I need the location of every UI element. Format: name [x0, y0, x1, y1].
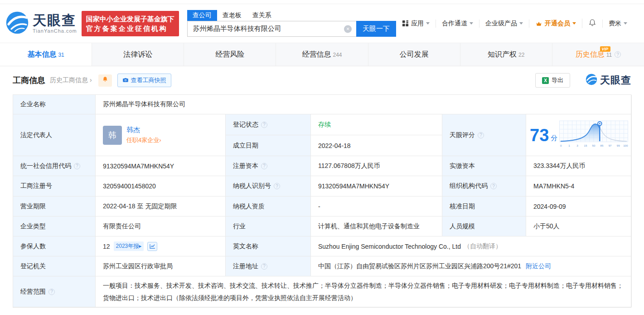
field-value-staff-size: 小于50人 [526, 217, 632, 236]
tab-history-info[interactable]: VIP 历史信息 11 ? [552, 43, 644, 66]
tab-legal-proceedings[interactable]: 法律诉讼 [92, 43, 184, 66]
field-value-insured-count: 12 2023年报▸ [96, 236, 226, 256]
bell-icon [588, 19, 596, 28]
field-label-approval-date: 核准日期 [442, 197, 526, 217]
field-label-business-term: 营业期限 [13, 197, 96, 217]
export-button[interactable]: X 导出 [535, 73, 570, 88]
tianyancha-logo[interactable]: 天眼查 TianYanCha.com [5, 11, 77, 36]
nav-username: 费米 [609, 20, 621, 28]
tab-count: 11 [606, 52, 612, 58]
help-icon[interactable]: ? [261, 263, 267, 270]
tab-basic-info[interactable]: 基本信息 31 [0, 43, 92, 66]
search-area: 查公司 查老板 查关系 × 天眼一下 [187, 10, 396, 37]
help-icon[interactable]: ? [261, 163, 267, 169]
chevron-down-icon [426, 22, 430, 25]
detail-tabbar: 基本信息 31 法律诉讼 经营风险 经营信息 244 公司发展 知识产权 22 … [0, 43, 644, 66]
view-snapshot-button[interactable]: 查看工商快照 [117, 74, 171, 87]
nav-apps[interactable]: 应用 [396, 20, 436, 28]
nav-partner-channel[interactable]: 合作通道 [436, 20, 479, 28]
nav-notifications[interactable] [582, 19, 602, 28]
nav-apps-label: 应用 [411, 20, 424, 28]
field-label-company-name: 企业名称 [13, 95, 96, 114]
search-tabs: 查公司 查老板 查关系 [187, 10, 396, 21]
field-value-taxpayer-id: 91320594MA7MHKN54Y [311, 176, 442, 197]
help-icon[interactable]: ? [48, 289, 55, 295]
field-value-registered-capital: 1127.067808万人民币 [311, 156, 442, 176]
tab-intellectual-property[interactable]: 知识产权 22 [460, 43, 552, 66]
crown-icon [535, 20, 542, 27]
legal-rep-avatar[interactable]: 韩 [103, 126, 122, 145]
score-distribution-chart: 0 1 3 15 50 85 97 99 100 [559, 120, 628, 150]
field-label-paid-capital: 实缴资本 [442, 156, 526, 176]
nav-open-vip[interactable]: 开通会员 [529, 20, 582, 28]
field-value-business-scope: 一般项目：技术服务、技术开发、技术咨询、技术交流、技术转让、技术推广；半导体分立… [96, 276, 632, 307]
nearby-companies-link[interactable]: 附近公司 [526, 262, 551, 271]
nav-enterprise-products[interactable]: 企业级产品 [479, 20, 529, 28]
help-icon[interactable]: ? [261, 122, 267, 128]
svg-text:97: 97 [609, 144, 612, 147]
field-label-org-code: 组织机构代码 ? [442, 176, 526, 197]
field-value-industry: 计算机、通信和其他电子设备制造业 [311, 217, 442, 236]
legal-rep-companies-link[interactable]: 任职4家企业› [126, 136, 161, 144]
tab-company-development[interactable]: 公司发展 [368, 43, 460, 66]
tab-operating-info[interactable]: 经营信息 244 [276, 43, 368, 66]
field-value-establish-date: 2022-04-18 [311, 135, 442, 156]
search-button[interactable]: 天眼一下 [356, 21, 396, 37]
nav-enterprise-label: 企业级产品 [485, 20, 517, 28]
top-divider [0, 0, 644, 4]
monitor-bell-button[interactable] [98, 74, 112, 87]
search-tab-relation[interactable]: 查关系 [247, 10, 277, 21]
field-value-registration-authority: 苏州工业园区行政审批局 [96, 256, 226, 276]
tab-label: 公司发展 [400, 50, 429, 59]
business-info-header: 工商信息 历史工商信息 › 查看工商快照 X 导出 天 [13, 66, 631, 94]
help-icon[interactable]: ? [74, 163, 80, 169]
search-input[interactable] [187, 21, 356, 37]
badge-line-2: 官方备案企业征信机构 [86, 24, 174, 33]
field-value-company-name: 苏州烯晶半导体科技有限公司 [96, 95, 632, 114]
legal-rep-name-link[interactable]: 韩杰 [126, 126, 161, 134]
camera-icon [122, 77, 129, 84]
badge-line-1: 国家中小企业发展子基金旗下 [86, 14, 174, 24]
field-value-company-type: 有限责任公司 [96, 217, 226, 236]
field-value-registration-number: 320594001458020 [96, 176, 226, 197]
field-label-legal-representative: 法定代表人 [13, 114, 96, 156]
line-chart-icon [150, 243, 155, 250]
svg-text:0: 0 [560, 144, 562, 147]
help-icon[interactable]: ? [274, 183, 280, 189]
help-icon[interactable]: ? [490, 183, 497, 189]
chevron-down-icon [572, 22, 576, 25]
business-info-table: 企业名称 苏州烯晶半导体科技有限公司 法定代表人 韩 韩杰 任职4家企业› 登记… [13, 94, 631, 308]
chevron-down-icon [519, 22, 523, 25]
field-value-paid-capital: 323.3344万人民币 [526, 156, 632, 176]
tianyancha-swirl-icon [5, 11, 29, 36]
tab-label: 经营风险 [215, 50, 244, 59]
field-label-company-type: 企业类型 [13, 217, 96, 236]
gov-certification-badge: 国家中小企业发展子基金旗下 官方备案企业征信机构 [82, 11, 179, 36]
tab-label: 基本信息 [27, 50, 56, 59]
annual-report-tag[interactable]: 2023年报▸ [114, 241, 144, 251]
field-value-tianyan-score: 73 分 [526, 114, 632, 156]
search-tab-boss[interactable]: 查老板 [217, 10, 247, 21]
field-label-registered-capital: 注册资本 ? [226, 156, 311, 176]
field-value-registration-status: 存续 [311, 114, 442, 135]
vip-badge: VIP [600, 46, 610, 52]
history-link-label: 历史工商信息 [50, 76, 88, 84]
svg-text:1: 1 [568, 144, 570, 147]
tab-label: 知识产权 [488, 50, 517, 59]
export-button-label: 导出 [552, 76, 563, 84]
tab-label: 经营信息 [302, 50, 331, 59]
field-label-industry: 行业 [226, 217, 311, 236]
tab-operating-risk[interactable]: 经营风险 [184, 43, 276, 66]
search-tab-company[interactable]: 查公司 [187, 10, 217, 21]
field-label-staff-size: 人员规模 [442, 217, 526, 236]
insured-trend-chart-button[interactable] [147, 242, 157, 251]
history-business-info-link[interactable]: 历史工商信息 › [50, 76, 92, 84]
help-icon[interactable]: ? [478, 132, 484, 138]
field-label-registration-authority: 登记机关 [13, 256, 96, 276]
clear-search-icon[interactable]: × [344, 25, 352, 33]
nav-user-menu[interactable]: 费米 [602, 20, 633, 28]
field-label-registration-status: 登记状态 ? [226, 114, 311, 135]
help-icon[interactable]: ? [615, 51, 621, 58]
field-value-english-name: Suzhou Enjing Semiconductor Technology C… [311, 236, 632, 256]
score-value: 73 [530, 127, 549, 144]
